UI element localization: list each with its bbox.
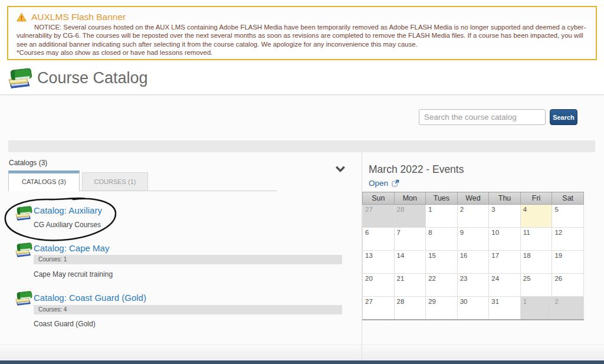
- page-title: Course Catalog: [37, 60, 148, 95]
- calendar-day-cell[interactable]: 4: [520, 205, 552, 228]
- calendar-day-cell[interactable]: 26: [552, 274, 584, 297]
- flash-banner-title: AUXLMS Flash Banner: [31, 12, 126, 22]
- calendar-day-cell[interactable]: 31: [489, 297, 521, 320]
- page-header: Course Catalog: [0, 60, 604, 95]
- catalog-link-auxiliary[interactable]: Catalog: Auxiliary: [34, 205, 102, 215]
- search-input[interactable]: [419, 109, 546, 125]
- calendar-day-header: Tues: [426, 192, 458, 205]
- flash-banner-title-row: AUXLMS Flash Banner: [17, 12, 587, 22]
- calendar-day-cell[interactable]: 30: [457, 297, 489, 320]
- calendar-day-header: Sat: [552, 192, 584, 205]
- calendar-day-cell[interactable]: 2: [457, 205, 489, 228]
- calendar-day-cell[interactable]: 15: [426, 251, 458, 274]
- calendar-day-header: Sun: [363, 192, 395, 205]
- calendar-week-row: 272829303112: [363, 297, 584, 320]
- calendar-day-cell[interactable]: 5: [552, 205, 584, 228]
- calendar-day-header: Mon: [394, 192, 426, 205]
- tab-courses[interactable]: COURSES (1): [82, 172, 148, 191]
- calendar-day-cell[interactable]: 14: [394, 251, 426, 274]
- search-button[interactable]: Search: [550, 109, 577, 125]
- catalog-books-icon: [14, 241, 33, 258]
- chevron-down-icon[interactable]: [334, 163, 346, 175]
- calendar-day-cell[interactable]: 28: [394, 297, 426, 320]
- catalog-description: CG Auxiliary Courses: [34, 221, 101, 229]
- calendar-day-cell[interactable]: 8: [426, 228, 458, 251]
- calendar-day-cell[interactable]: 23: [457, 274, 489, 297]
- calendar-week-row: 272812345: [363, 205, 584, 228]
- calendar-week-row: 20212223242526: [363, 274, 584, 297]
- calendar-header-row: SunMonTuesWedThuFriSat: [363, 192, 584, 205]
- flash-banner-notice: NOTICE: Several courses hosted on the AU…: [17, 23, 587, 48]
- calendar-day-cell[interactable]: 16: [457, 251, 489, 274]
- calendar-day-header: Wed: [457, 192, 489, 205]
- catalog-books-icon: [14, 204, 33, 222]
- course-catalog-page: AUXLMS Flash Banner NOTICE: Several cour…: [0, 0, 604, 364]
- calendar-day-cell[interactable]: 27: [363, 297, 395, 320]
- open-calendar-link[interactable]: Open: [369, 179, 399, 188]
- events-calendar: SunMonTuesWedThuFriSat 27281234567891011…: [362, 192, 584, 320]
- calendar-day-cell[interactable]: 20: [363, 274, 395, 297]
- calendar-day-cell[interactable]: 17: [489, 251, 521, 274]
- calendar-day-cell[interactable]: 13: [363, 251, 395, 274]
- calendar-week-row: 6789101112: [363, 228, 584, 251]
- catalog-description: Coast Guard (Gold): [34, 320, 96, 328]
- calendar-day-cell[interactable]: 9: [457, 228, 489, 251]
- calendar-day-cell[interactable]: 1: [426, 205, 458, 228]
- events-title: March 2022 - Events: [369, 163, 464, 176]
- open-link-label: Open: [369, 179, 388, 188]
- flash-banner-footnote: *Courses may also show as closed or have…: [17, 48, 587, 57]
- courses-count-bar: Courses: 4: [34, 305, 342, 314]
- external-link-icon: [392, 179, 399, 187]
- tab-baseline: [80, 191, 277, 191]
- calendar-day-cell[interactable]: 6: [363, 228, 395, 251]
- calendar-day-cell[interactable]: 21: [394, 274, 426, 297]
- calendar-day-cell[interactable]: 10: [489, 228, 521, 251]
- catalog-description: Cape May recruit training: [34, 270, 113, 278]
- calendar-day-cell[interactable]: 29: [426, 297, 458, 320]
- catalog-books-icon: [14, 289, 33, 307]
- courses-count-bar: Courses: 1: [34, 255, 342, 264]
- calendar-day-cell[interactable]: 22: [426, 274, 458, 297]
- calendar-day-cell[interactable]: 28: [394, 205, 426, 228]
- calendar-day-cell[interactable]: 1: [520, 297, 552, 320]
- tab-catalogs[interactable]: CATALOGS (3): [8, 170, 80, 191]
- calendar-day-cell[interactable]: 2: [552, 297, 584, 320]
- calendar-day-cell[interactable]: 7: [394, 228, 426, 251]
- calendar-day-cell[interactable]: 19: [552, 251, 584, 274]
- warning-triangle-icon: [17, 12, 27, 22]
- calendar-day-cell[interactable]: 11: [520, 228, 552, 251]
- section-divider-bar: [8, 140, 595, 152]
- footer-fade: [0, 345, 604, 360]
- catalogs-summary-label: Catalogs (3): [9, 159, 47, 167]
- calendar-day-cell[interactable]: 25: [520, 274, 552, 297]
- flash-banner: AUXLMS Flash Banner NOTICE: Several cour…: [7, 6, 597, 60]
- calendar-day-cell[interactable]: 3: [489, 205, 521, 228]
- calendar-day-cell[interactable]: 27: [363, 205, 395, 228]
- calendar-day-header: Fri: [520, 192, 552, 205]
- catalog-link-cape-may[interactable]: Catalog: Cape May: [34, 243, 109, 253]
- calendar-day-header: Thu: [489, 192, 521, 205]
- calendar-week-row: 13141516171819: [363, 251, 584, 274]
- footer-bar: [0, 360, 604, 364]
- catalog-link-coast-guard-gold[interactable]: Catalog: Coast Guard (Gold): [34, 293, 146, 303]
- books-stack-icon: [6, 65, 33, 90]
- calendar-day-cell[interactable]: 24: [489, 274, 521, 297]
- calendar-day-cell[interactable]: 12: [552, 228, 584, 251]
- calendar-body: 2728123456789101112131415161718192021222…: [363, 205, 584, 320]
- calendar-day-cell[interactable]: 18: [520, 251, 552, 274]
